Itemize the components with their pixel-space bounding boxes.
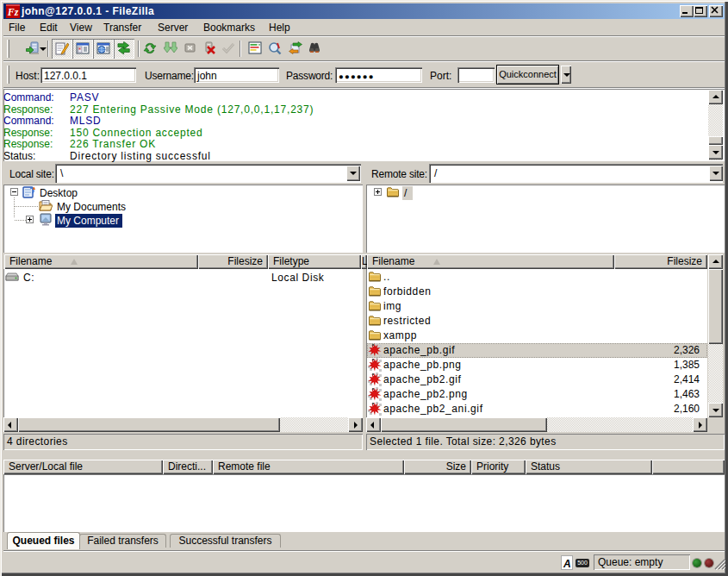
svg-text:Fz: Fz [7,6,19,18]
